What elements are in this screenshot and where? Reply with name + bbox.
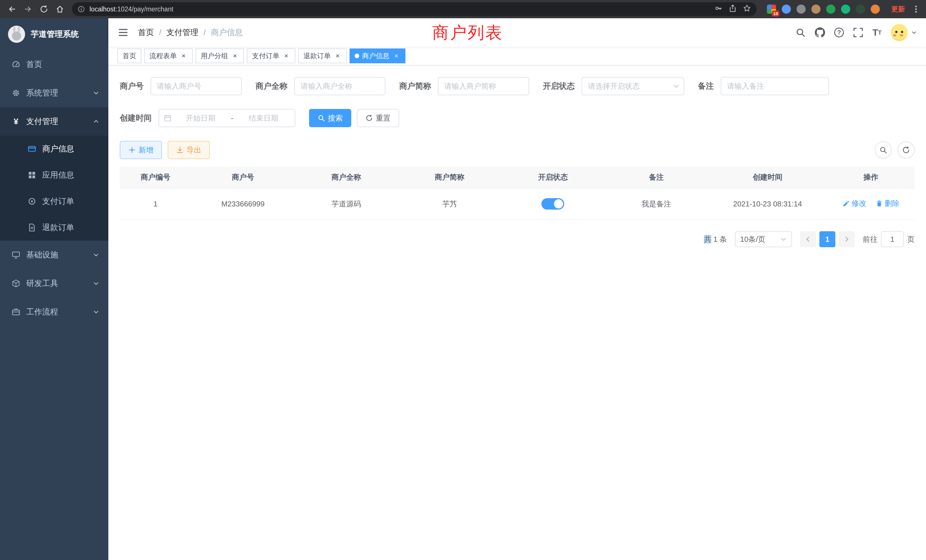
avatar bbox=[891, 24, 908, 41]
breadcrumb-pay[interactable]: 支付管理 bbox=[166, 27, 198, 38]
address-bar[interactable]: localhost:1024/pay/merchant bbox=[72, 2, 757, 16]
forward-icon[interactable] bbox=[21, 2, 35, 17]
chevron-down-icon bbox=[911, 30, 917, 35]
tab-label: 商户信息 bbox=[362, 51, 389, 61]
extension-icon[interactable] bbox=[826, 5, 835, 14]
edit-link[interactable]: 修改 bbox=[843, 198, 866, 209]
site-info-icon[interactable] bbox=[77, 5, 85, 13]
reset-button[interactable]: 重置 bbox=[357, 109, 399, 127]
sidebar-toggle-icon[interactable] bbox=[118, 27, 129, 38]
search-button[interactable]: 搜索 bbox=[309, 109, 351, 127]
col-short-name: 商户简称 bbox=[398, 166, 501, 188]
extension-icon[interactable] bbox=[856, 5, 865, 14]
tab-pay-order[interactable]: 支付订单 × bbox=[247, 48, 295, 63]
chevron-down-icon bbox=[93, 252, 99, 258]
close-icon[interactable]: × bbox=[334, 52, 342, 60]
sidebar-item-pay[interactable]: ¥ 支付管理 bbox=[0, 107, 108, 136]
extension-icon[interactable] bbox=[871, 5, 880, 14]
next-page-button[interactable] bbox=[839, 231, 855, 247]
cell-status bbox=[501, 188, 604, 219]
create-time-label: 创建时间 bbox=[120, 113, 152, 123]
add-button[interactable]: 新增 bbox=[120, 141, 162, 159]
help-icon[interactable]: ? bbox=[834, 28, 844, 37]
sidebar-item-label: 支付管理 bbox=[26, 116, 58, 127]
sidebar-item-refund-order[interactable]: 退款订单 bbox=[0, 215, 108, 241]
sidebar-item-home[interactable]: 首页 bbox=[0, 50, 108, 79]
sidebar-item-label: 退款订单 bbox=[42, 222, 74, 233]
close-icon[interactable]: × bbox=[231, 52, 239, 60]
tab-process-form[interactable]: 流程表单 × bbox=[144, 48, 193, 63]
tags-view: 首页 流程表单 × 用户分组 × 支付订单 × 退款订单 × bbox=[108, 47, 926, 65]
extension-icon[interactable] bbox=[841, 5, 850, 14]
sidebar-item-workflow[interactable]: 工作流程 bbox=[0, 298, 108, 326]
user-avatar-menu[interactable] bbox=[891, 24, 917, 41]
sidebar-item-pay-order[interactable]: 支付订单 bbox=[0, 188, 108, 215]
start-date-placeholder: 开始日期 bbox=[174, 113, 227, 123]
header-search-icon[interactable] bbox=[796, 27, 806, 38]
browser-menu-icon[interactable] bbox=[911, 5, 921, 14]
pagination: 共 1 条 10条/页 1 前往 页 bbox=[120, 231, 915, 247]
date-range-picker[interactable]: 开始日期 - 结束日期 bbox=[159, 109, 295, 127]
toggle-search-button[interactable] bbox=[875, 141, 892, 159]
reload-icon[interactable] bbox=[36, 2, 51, 17]
sidebar-item-infrastructure[interactable]: 基础设施 bbox=[0, 241, 108, 269]
browser-update-button[interactable]: 更新 bbox=[887, 3, 909, 15]
close-icon[interactable]: × bbox=[392, 52, 400, 60]
calendar-icon bbox=[163, 114, 172, 122]
back-icon[interactable] bbox=[5, 2, 20, 17]
sidebar-item-label: 商户信息 bbox=[42, 144, 74, 154]
tab-label: 支付订单 bbox=[252, 51, 279, 61]
goto-page-input[interactable] bbox=[881, 231, 904, 247]
short-name-input[interactable] bbox=[438, 77, 529, 95]
extension-badge: 10 bbox=[772, 11, 779, 17]
col-create-time: 创建时间 bbox=[708, 166, 827, 188]
close-icon[interactable]: × bbox=[282, 52, 290, 60]
col-status: 开启状态 bbox=[501, 166, 604, 188]
monitor-icon bbox=[11, 250, 21, 259]
sidebar-item-label: 系统管理 bbox=[26, 88, 58, 98]
sidebar-item-system[interactable]: 系统管理 bbox=[0, 79, 108, 107]
tab-user-group[interactable]: 用户分组 × bbox=[195, 48, 244, 63]
gear-icon bbox=[11, 88, 21, 97]
col-remark: 备注 bbox=[605, 166, 708, 188]
short-name-label: 商户简称 bbox=[399, 81, 431, 92]
status-toggle[interactable] bbox=[542, 198, 564, 210]
briefcase-icon bbox=[11, 307, 21, 316]
merchant-no-input[interactable] bbox=[151, 77, 242, 95]
bookmark-star-icon[interactable] bbox=[743, 4, 751, 15]
extension-icon[interactable] bbox=[782, 5, 791, 14]
prev-page-button[interactable] bbox=[800, 231, 816, 247]
status-select[interactable] bbox=[582, 77, 684, 95]
breadcrumb-separator: / bbox=[159, 28, 161, 37]
status-select-input[interactable] bbox=[582, 77, 684, 95]
remark-input[interactable] bbox=[721, 77, 829, 95]
page-size-select[interactable]: 10条/页 bbox=[735, 231, 792, 247]
breadcrumb-home[interactable]: 首页 bbox=[138, 27, 154, 38]
password-key-icon[interactable] bbox=[714, 4, 722, 15]
extension-icon[interactable] bbox=[797, 5, 806, 14]
delete-link[interactable]: 删除 bbox=[876, 198, 899, 209]
page-number-button[interactable]: 1 bbox=[819, 231, 835, 247]
chevron-down-icon bbox=[93, 90, 99, 96]
col-merchant-no: 商户号 bbox=[191, 166, 295, 188]
tab-refund-order[interactable]: 退款订单 × bbox=[298, 48, 346, 63]
extension-icon[interactable] bbox=[811, 5, 820, 14]
share-icon[interactable] bbox=[729, 4, 737, 15]
fullscreen-icon[interactable] bbox=[853, 27, 863, 38]
status-label: 开启状态 bbox=[543, 81, 575, 92]
filter-row-1: 商户号 商户全称 商户简称 开启状态 bbox=[120, 77, 915, 95]
font-size-icon[interactable]: TT bbox=[872, 28, 882, 37]
close-icon[interactable]: × bbox=[180, 52, 188, 60]
tab-home[interactable]: 首页 bbox=[118, 48, 141, 63]
merchant-table: 商户编号 商户号 商户全称 商户简称 开启状态 备注 创建时间 操作 1 bbox=[120, 166, 915, 220]
github-icon[interactable] bbox=[815, 27, 825, 38]
home-icon[interactable] bbox=[53, 2, 67, 17]
sidebar-item-app-info[interactable]: 应用信息 bbox=[0, 162, 108, 188]
extension-icon[interactable]: 10 bbox=[767, 5, 776, 14]
tab-merchant-info[interactable]: 商户信息 × bbox=[350, 48, 406, 63]
sidebar-item-merchant-info[interactable]: 商户信息 bbox=[0, 136, 108, 162]
export-button[interactable]: 导出 bbox=[168, 141, 210, 159]
refresh-button[interactable] bbox=[897, 141, 915, 159]
full-name-input[interactable] bbox=[294, 77, 386, 95]
sidebar-item-dev-tools[interactable]: 研发工具 bbox=[0, 269, 108, 298]
